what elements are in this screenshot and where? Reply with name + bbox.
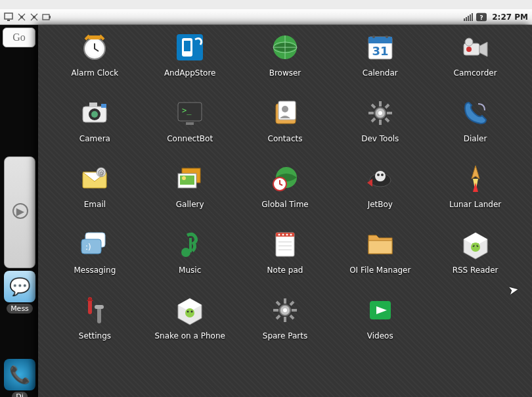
rss-reader-icon <box>458 227 493 262</box>
andappstore-icon <box>173 30 207 64</box>
app-label: Gallery <box>176 200 204 209</box>
svg-point-33 <box>91 111 98 118</box>
videos-icon <box>363 293 397 327</box>
app-andappstore[interactable]: AndAppStore <box>149 30 231 78</box>
svg-point-50 <box>182 176 186 180</box>
home-shortcut-label: Di <box>12 392 28 397</box>
notepad-icon <box>268 227 302 262</box>
app-jetboy[interactable]: JetBoy <box>339 162 421 209</box>
app-label: Calendar <box>363 68 398 78</box>
svg-rect-6 <box>464 18 465 21</box>
app-videos[interactable]: Videos <box>339 293 421 340</box>
app-alarm-clock[interactable]: Alarm Clock <box>54 30 136 78</box>
messaging-icon: 💬 <box>4 271 35 302</box>
svg-point-40 <box>282 106 288 112</box>
app-dialer[interactable]: Dialer <box>434 96 516 143</box>
app-rss-reader[interactable]: RSS Reader <box>434 227 516 275</box>
data-badge-icon: ? <box>476 12 487 22</box>
svg-point-72 <box>282 234 284 236</box>
svg-point-64 <box>181 248 190 257</box>
app-label: OI File Manager <box>349 266 410 275</box>
app-dev-tools[interactable]: Dev Tools <box>339 96 421 143</box>
app-email[interactable]: @ Email <box>54 162 136 209</box>
app-label: Spare Parts <box>263 331 307 340</box>
svg-rect-5 <box>49 16 51 18</box>
svg-rect-10 <box>472 13 473 21</box>
app-label: Contacts <box>268 134 303 143</box>
svg-point-90 <box>187 311 189 313</box>
clock: 2:27 PM <box>492 12 528 22</box>
svg-rect-62 <box>81 239 101 254</box>
svg-text:>_: >_ <box>182 106 192 115</box>
svg-point-56 <box>381 174 384 176</box>
svg-text:@: @ <box>98 169 104 176</box>
svg-point-91 <box>191 311 193 313</box>
svg-rect-0 <box>5 13 12 19</box>
svg-rect-75 <box>368 241 392 254</box>
svg-rect-8 <box>468 16 469 21</box>
app-label: Browser <box>269 68 301 78</box>
lunar-lander-icon <box>458 162 493 196</box>
messaging-icon: :) <box>78 227 112 262</box>
svg-rect-31 <box>89 103 97 106</box>
app-lunar-lander[interactable]: Lunar Lander <box>434 162 516 209</box>
app-grid: Alarm Clock AndAppStore Browser 31 Calen… <box>38 25 532 346</box>
search-widget[interactable]: Go <box>3 28 35 47</box>
email-icon: @ <box>78 162 112 196</box>
app-calendar[interactable]: 31 Calendar <box>339 30 421 78</box>
app-label: Lunar Lander <box>449 200 501 209</box>
snake-icon <box>173 293 207 327</box>
app-label: Settings <box>79 331 111 340</box>
file-manager-icon <box>363 227 397 262</box>
svg-text:31: 31 <box>372 44 388 58</box>
app-camera[interactable]: Camera <box>54 96 136 143</box>
dev-tools-icon <box>363 96 397 130</box>
svg-point-93 <box>283 308 287 312</box>
camcorder-icon <box>458 30 493 64</box>
app-connectbot[interactable]: >_ ConnectBot <box>149 96 231 143</box>
svg-marker-58 <box>472 166 479 179</box>
app-contacts[interactable]: Contacts <box>244 96 326 143</box>
svg-rect-4 <box>43 14 49 20</box>
svg-rect-9 <box>470 14 471 21</box>
app-music[interactable]: Music <box>149 227 231 275</box>
settings-icon <box>78 293 112 327</box>
svg-point-71 <box>278 234 280 236</box>
app-snake[interactable]: Snake on a Phone <box>149 293 231 340</box>
status-left <box>4 12 52 22</box>
svg-point-73 <box>286 234 288 236</box>
svg-rect-49 <box>180 175 194 185</box>
app-label: Snake on a Phone <box>154 331 225 340</box>
spare-parts-icon <box>268 293 302 327</box>
google-logo-fragment: Go <box>12 32 26 43</box>
home-shortcut-dialer[interactable]: 📞 Di <box>1 359 38 397</box>
music-icon <box>173 227 207 262</box>
app-label: Videos <box>367 331 393 340</box>
app-browser[interactable]: Browser <box>244 30 326 78</box>
app-oi-file-manager[interactable]: OI File Manager <box>339 227 421 275</box>
app-notepad[interactable]: Note pad <box>244 227 326 275</box>
media-widget[interactable]: ▶ <box>4 156 35 268</box>
battery-icon <box>41 12 52 22</box>
app-drawer: Alarm Clock AndAppStore Browser 31 Calen… <box>38 25 532 397</box>
app-gallery[interactable]: Gallery <box>149 162 231 209</box>
signal-icon <box>463 12 474 22</box>
status-bar: ? 2:27 PM <box>0 9 532 25</box>
app-label: Note pad <box>267 266 303 275</box>
app-camcorder[interactable]: Camcorder <box>434 30 516 78</box>
home-shortcut-messaging[interactable]: 💬 Mess <box>1 271 38 315</box>
gallery-icon <box>173 162 207 196</box>
app-label: Alarm Clock <box>72 68 119 78</box>
svg-point-3 <box>33 16 35 18</box>
app-settings[interactable]: Settings <box>54 293 136 340</box>
jetboy-icon <box>363 162 397 196</box>
app-spare-parts[interactable]: Spare Parts <box>244 293 326 340</box>
svg-point-24 <box>372 35 375 38</box>
global-time-icon <box>268 162 302 196</box>
svg-rect-81 <box>472 243 474 246</box>
calendar-icon: 31 <box>363 30 397 64</box>
svg-rect-22 <box>368 37 392 43</box>
svg-rect-15 <box>88 35 101 39</box>
app-messaging[interactable]: :) Messaging <box>54 227 136 275</box>
app-global-time[interactable]: Global Time <box>244 162 326 209</box>
